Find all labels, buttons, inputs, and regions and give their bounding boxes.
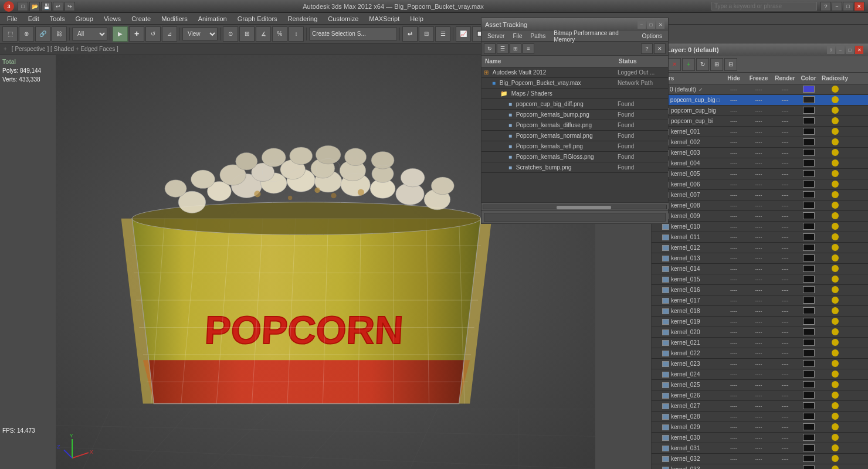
save-btn[interactable]: 💾 bbox=[41, 2, 52, 11]
layers-collapse-btn[interactable]: ⊟ bbox=[724, 58, 737, 71]
move-btn[interactable]: ✚ bbox=[129, 26, 144, 42]
layer-row-popcorn_cup_bi[interactable]: popcorn_cup_bi ---- ---- ---- bbox=[652, 116, 868, 127]
layer-row-kernel_032[interactable]: kernel_032 ---- ---- ---- bbox=[652, 454, 868, 464]
layer-row-kernel_006[interactable]: kernel_006 ---- ---- ---- bbox=[652, 179, 868, 190]
asset-tb-grid[interactable]: ⊞ bbox=[510, 43, 521, 54]
asset-menu-paths[interactable]: Paths bbox=[527, 32, 550, 40]
menu-maxscript[interactable]: MAXScript bbox=[364, 15, 404, 23]
layer-row-default[interactable]: ▼ 0 (default) ✓ ---- ---- ---- bbox=[652, 84, 868, 95]
spinner-snap-btn[interactable]: ↕ bbox=[289, 26, 304, 42]
asset-tb-list[interactable]: ☰ bbox=[497, 43, 508, 54]
layer-row-kernel_013[interactable]: kernel_013 ---- ---- ---- bbox=[652, 253, 868, 264]
curve-editor-btn[interactable]: 📈 bbox=[456, 26, 471, 42]
asset-panel-close[interactable]: ✕ bbox=[656, 21, 664, 29]
layer-row-kernel_017[interactable]: kernel_017 ---- ---- ---- bbox=[652, 295, 868, 306]
pivot-btn[interactable]: ⊙ bbox=[223, 26, 238, 42]
layer-row-kernel_012[interactable]: kernel_012 ---- ---- ---- bbox=[652, 243, 868, 253]
layers-close-btn[interactable]: ✕ bbox=[855, 46, 863, 54]
layers-list[interactable]: ▼ 0 (default) ✓ ---- ---- ---- bbox=[652, 84, 868, 469]
asset-menu-file[interactable]: File bbox=[509, 32, 525, 40]
layer-row-kernel_008[interactable]: kernel_008 ---- ---- ---- bbox=[652, 200, 868, 211]
rotate-btn[interactable]: ↺ bbox=[145, 26, 161, 42]
percent-snap-btn[interactable]: % bbox=[272, 26, 287, 42]
layers-title-bar[interactable]: 3 Layer: 0 (default) ? − □ ✕ bbox=[652, 43, 868, 56]
angle-snap-btn[interactable]: ∡ bbox=[256, 26, 271, 42]
asset-table[interactable]: ⊞ Autodesk Vault 2012 Logged Out ... ■ B… bbox=[482, 67, 668, 202]
close-btn[interactable]: ✕ bbox=[854, 2, 864, 11]
menu-create[interactable]: Create bbox=[127, 15, 155, 23]
asset-row-tex-2[interactable]: ■ Popcorn_kernals_diffuse.png Found bbox=[482, 120, 668, 131]
layer-row-kernel_011[interactable]: kernel_011 ---- ---- ---- bbox=[652, 232, 868, 243]
menu-graph-editors[interactable]: Graph Editors bbox=[233, 15, 282, 23]
asset-row-tex-1[interactable]: ■ Popcorn_kernals_bump.png Found bbox=[482, 110, 668, 120]
layer-row-kernel_018[interactable]: kernel_018 ---- ---- ---- bbox=[652, 306, 868, 317]
layer-row-kernel_020[interactable]: kernel_020 ---- ---- ---- bbox=[652, 327, 868, 338]
redo-btn[interactable]: ↪ bbox=[65, 2, 75, 11]
layer-row-kernel_031[interactable]: kernel_031 ---- ---- ---- bbox=[652, 443, 868, 454]
asset-tb-close-small[interactable]: ✕ bbox=[654, 43, 666, 54]
undo-btn[interactable]: ↩ bbox=[53, 2, 63, 11]
layer-row-kernel_004[interactable]: kernel_004 ---- ---- ---- bbox=[652, 158, 868, 169]
asset-tb-details[interactable]: ≡ bbox=[523, 43, 534, 54]
menu-customize[interactable]: Customize bbox=[323, 15, 363, 23]
view-dropdown[interactable]: View bbox=[182, 28, 218, 40]
layer-row-kernel_030[interactable]: kernel_030 ---- ---- ---- bbox=[652, 433, 868, 443]
layer-row-kernel_005[interactable]: kernel_005 ---- ---- ---- bbox=[652, 169, 868, 179]
help-btn[interactable]: ? bbox=[820, 2, 831, 11]
menu-file[interactable]: File bbox=[2, 15, 22, 23]
asset-tb-help[interactable]: ? bbox=[641, 43, 653, 54]
asset-panel-maximize[interactable]: □ bbox=[647, 21, 655, 29]
layer-row-kernel_026[interactable]: kernel_026 ---- ---- ---- bbox=[652, 390, 868, 401]
open-btn[interactable]: 📂 bbox=[29, 2, 40, 11]
mirror-btn[interactable]: ⇄ bbox=[402, 26, 418, 42]
menu-group[interactable]: Group bbox=[70, 15, 98, 23]
menu-rendering[interactable]: Rendering bbox=[283, 15, 323, 23]
maximize-btn[interactable]: □ bbox=[843, 2, 853, 11]
layer-row-kernel_003[interactable]: kernel_003 ---- ---- ---- bbox=[652, 148, 868, 158]
layer-row-kernel_014[interactable]: kernel_014 ---- ---- ---- bbox=[652, 264, 868, 274]
select-region-btn[interactable]: ⊕ bbox=[19, 26, 34, 42]
layers-refresh-btn[interactable]: ↻ bbox=[696, 58, 709, 71]
layer-row-kernel_001[interactable]: kernel_001 ---- ---- ---- bbox=[652, 127, 868, 137]
layer-row-kernel_021[interactable]: kernel_021 ---- ---- ---- bbox=[652, 338, 868, 348]
layer-row-kernel_016[interactable]: kernel_016 ---- ---- ---- bbox=[652, 285, 868, 295]
layer-color-default[interactable] bbox=[798, 86, 819, 94]
layer-row-cup-selected[interactable]: popcorn_cup_big □ ---- ---- ---- bbox=[652, 95, 868, 106]
layer-row-kernel_022[interactable]: kernel_022 ---- ---- ---- bbox=[652, 348, 868, 359]
layer-row-kernel_015[interactable]: kernel_015 ---- ---- ---- bbox=[652, 274, 868, 285]
layer-row-kernel_010[interactable]: kernel_010 ---- ---- ---- bbox=[652, 222, 868, 232]
asset-row-tex-5[interactable]: ■ Popcorn_kernals_RGloss.png Found bbox=[482, 152, 668, 162]
layers-expand-btn[interactable]: ⊞ bbox=[710, 58, 723, 71]
align-btn[interactable]: ⊟ bbox=[419, 26, 434, 42]
layer-row-kernel_027[interactable]: kernel_027 ---- ---- ---- bbox=[652, 401, 868, 412]
layer-row-kernel_029[interactable]: kernel_029 ---- ---- ---- bbox=[652, 422, 868, 433]
layer-row-kernel_002[interactable]: kernel_002 ---- ---- ---- bbox=[652, 137, 868, 148]
unlink-btn[interactable]: ⛓ bbox=[52, 26, 67, 42]
select-object-btn[interactable]: ⬚ bbox=[2, 26, 18, 42]
asset-horizontal-scrollbar[interactable] bbox=[482, 202, 668, 210]
minimize-btn[interactable]: − bbox=[832, 2, 842, 11]
select-btn[interactable]: ▶ bbox=[113, 26, 128, 42]
menu-tools[interactable]: Tools bbox=[45, 15, 70, 23]
layer-row-popcorn_cup_big[interactable]: popcorn_cup_big ---- ---- ---- bbox=[652, 106, 868, 116]
menu-modifiers[interactable]: Modifiers bbox=[157, 15, 192, 23]
new-btn[interactable]: □ bbox=[18, 2, 28, 11]
layer-row-kernel_033[interactable]: kernel_033 ---- ---- ---- bbox=[652, 464, 868, 469]
layer-row-kernel_007[interactable]: kernel_007 ---- ---- ---- bbox=[652, 190, 868, 200]
layers-minimize-btn[interactable]: − bbox=[836, 46, 845, 54]
layers-delete-btn[interactable]: ✕ bbox=[668, 58, 681, 71]
layers-help-btn[interactable]: ? bbox=[827, 46, 835, 54]
scale-btn[interactable]: ⊿ bbox=[162, 26, 177, 42]
layer-row-kernel_009[interactable]: kernel_009 ---- ---- ---- bbox=[652, 211, 868, 222]
asset-menu-options[interactable]: Options bbox=[639, 32, 666, 40]
asset-row-tex-4[interactable]: ■ Popcorn_kernals_refl.png Found bbox=[482, 141, 668, 152]
menu-animation[interactable]: Animation bbox=[194, 15, 232, 23]
layer-row-kernel_028[interactable]: kernel_028 ---- ---- ---- bbox=[652, 412, 868, 422]
layer-row-kernel_019[interactable]: kernel_019 ---- ---- ---- bbox=[652, 317, 868, 327]
layer-mgr-btn[interactable]: ☰ bbox=[435, 26, 450, 42]
asset-input-field[interactable] bbox=[484, 213, 666, 222]
menu-help[interactable]: Help bbox=[405, 15, 428, 23]
layers-add-btn[interactable]: + bbox=[682, 58, 695, 71]
search-input[interactable] bbox=[711, 2, 817, 11]
asset-tb-refresh[interactable]: ↻ bbox=[484, 43, 496, 54]
